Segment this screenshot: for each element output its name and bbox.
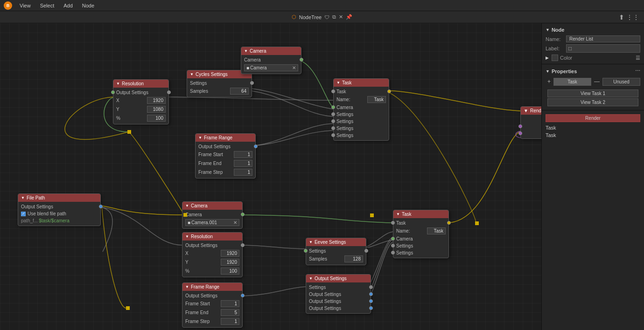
fp-path-value[interactable]: $task/$camera	[39, 218, 70, 223]
y-row: Y 1080	[113, 105, 168, 114]
view-task2-btn[interactable]: View Task 2	[547, 98, 638, 106]
fp-path-row: path_f... $task/$camera	[18, 217, 100, 224]
frb-end-label: Frame End	[185, 310, 219, 315]
task-bottom-header: ▼ Task	[393, 210, 448, 218]
fp-checkbox[interactable]: ✓	[21, 212, 26, 216]
task-settings-row3: Settings	[334, 125, 389, 132]
res-b-y-row: Y 1920	[182, 258, 242, 267]
label-input-area[interactable]: □	[566, 44, 640, 53]
fp-path-label: path_f...	[21, 218, 38, 223]
color-swatch[interactable]	[552, 55, 558, 61]
node-collapse-arrow[interactable]: ▼	[185, 234, 189, 239]
header-save-icon[interactable]: ⬆	[619, 14, 624, 21]
task-name-value[interactable]: Task	[367, 96, 386, 103]
view-task1-btn[interactable]: View Task 1	[547, 89, 638, 97]
task-name-row: Name: Task	[334, 95, 389, 104]
camera-dropdown[interactable]: ■ Camera ✕	[244, 64, 298, 71]
render-btn[interactable]: Render	[546, 114, 640, 122]
fr-start-value[interactable]: 1	[234, 151, 252, 158]
fr-end-value[interactable]: 1	[234, 160, 252, 167]
res-b-x-value[interactable]: 1920	[221, 250, 239, 257]
settings-row: Settings	[187, 80, 252, 87]
color-label: Color	[560, 55, 579, 61]
menu-node[interactable]: Node	[80, 2, 96, 9]
frame-range-top-title: Frame Range	[204, 135, 232, 140]
frb-start-value[interactable]: 1	[221, 300, 239, 307]
frb-step-row: Frame Step 1	[182, 317, 242, 326]
frame-range-top-header: ▼ Frame Range	[196, 134, 255, 142]
properties-header: ▼ Properties ⋯	[546, 66, 640, 76]
node-section: ▼ Node Name: Render List Label: □ ▶ Colo…	[542, 23, 644, 64]
render-list-title: Render List	[530, 108, 541, 113]
frb-step-value[interactable]: 1	[221, 318, 239, 325]
node-collapse-arrow[interactable]: ▼	[396, 212, 400, 216]
node-collapse-arrow[interactable]: ▼	[185, 285, 189, 289]
frb-end-value[interactable]: 5	[221, 309, 239, 316]
header-grid-icon[interactable]: ⋮⋮	[626, 14, 639, 21]
task-output-label: Task	[336, 89, 386, 94]
fr-output-socket	[254, 144, 258, 148]
unused-tab[interactable]: Unused	[602, 78, 640, 86]
node-section-title: Node	[552, 27, 565, 33]
samples-value[interactable]: 64	[230, 88, 249, 95]
task-b-name-value[interactable]: Task	[427, 227, 446, 234]
fr-step-value[interactable]: 1	[234, 169, 252, 176]
node-collapse-arrow[interactable]: ▼	[116, 82, 120, 86]
task-top-header: ▼ Task	[334, 79, 389, 87]
task-settings-row4: Settings	[334, 132, 389, 139]
output-socket	[167, 90, 171, 94]
cam-b-dropdown[interactable]: ■ Camera.001 ✕	[185, 219, 239, 226]
node-collapse-arrow[interactable]: ▼	[309, 276, 313, 281]
node-collapse-arrow[interactable]: ▼	[190, 72, 194, 76]
task-settings-row2: Settings	[334, 118, 389, 125]
pct-label: %	[116, 116, 145, 121]
node-collapse-arrow[interactable]: ▼	[198, 136, 202, 140]
rl-info-label: Info	[524, 117, 541, 122]
node-section-header: ▼ Node	[546, 25, 640, 34]
menu-select[interactable]: Select	[38, 2, 56, 9]
pct-value[interactable]: 100	[147, 115, 166, 122]
header-close-icon[interactable]: ✕	[339, 14, 343, 20]
close-icon[interactable]: ✕	[292, 65, 296, 70]
task-camera-socket	[331, 105, 335, 109]
task-tab[interactable]: Task	[553, 78, 591, 86]
task-output-row: Task	[334, 88, 389, 95]
name-value[interactable]: Render List	[566, 35, 640, 42]
task-view-area: View Task 1 View Task 2	[546, 88, 640, 108]
header-shield-icon: 🛡	[324, 14, 329, 20]
add-task-btn[interactable]: +	[546, 78, 553, 86]
task-b-camera-row: Camera	[393, 235, 448, 242]
cam-b-close-icon[interactable]: ✕	[233, 220, 237, 225]
camera-top-node: ▼ Camera Camera ■ Camera ✕	[241, 47, 301, 74]
res-b-y-value[interactable]: 1920	[221, 259, 239, 266]
x-value[interactable]: 1920	[147, 97, 166, 104]
node-collapse-arrow[interactable]: ▼	[336, 81, 340, 85]
headerbar: ⬡ NodeTree 🛡 ⧉ ✕ 📌 ⬆ ⋮⋮	[0, 11, 644, 23]
fr-start-label: Frame Start	[198, 152, 232, 157]
task-output-socket	[387, 89, 391, 93]
camera-top-header: ▼ Camera	[241, 47, 301, 55]
eevee-samples-value[interactable]: 128	[344, 255, 363, 262]
node-collapse-arrow[interactable]: ▼	[21, 196, 25, 200]
task-item1: Task	[546, 125, 556, 131]
resolution-top-header: ▼ Resolution	[113, 80, 168, 88]
camera-bottom-node: ▼ Camera Camera ■ Camera.001 ✕	[182, 201, 243, 229]
fp-checkbox-row: ✓ Use blend file path	[18, 210, 100, 217]
task-item2-row: Task	[546, 132, 640, 138]
task-items: Task	[546, 125, 640, 131]
remove-task-btn[interactable]: —	[592, 78, 602, 86]
y-value[interactable]: 1080	[147, 106, 166, 113]
node-collapse-arrow[interactable]: ▼	[524, 108, 528, 113]
task-settings-row1: Settings	[334, 111, 389, 118]
props-icon: ⋯	[635, 68, 640, 74]
header-copy-icon[interactable]: ⧉	[332, 14, 336, 20]
res-b-pct-value[interactable]: 100	[221, 268, 239, 275]
node-collapse-arrow[interactable]: ▼	[244, 49, 248, 53]
menu-add[interactable]: Add	[62, 2, 75, 9]
blender-logo: B	[4, 1, 12, 10]
header-pin-icon[interactable]: 📌	[346, 14, 352, 20]
menu-view[interactable]: View	[18, 2, 33, 9]
node-collapse-arrow[interactable]: ▼	[185, 204, 189, 208]
name-row: Name: Render List	[546, 34, 640, 43]
node-collapse-arrow[interactable]: ▼	[309, 240, 313, 244]
